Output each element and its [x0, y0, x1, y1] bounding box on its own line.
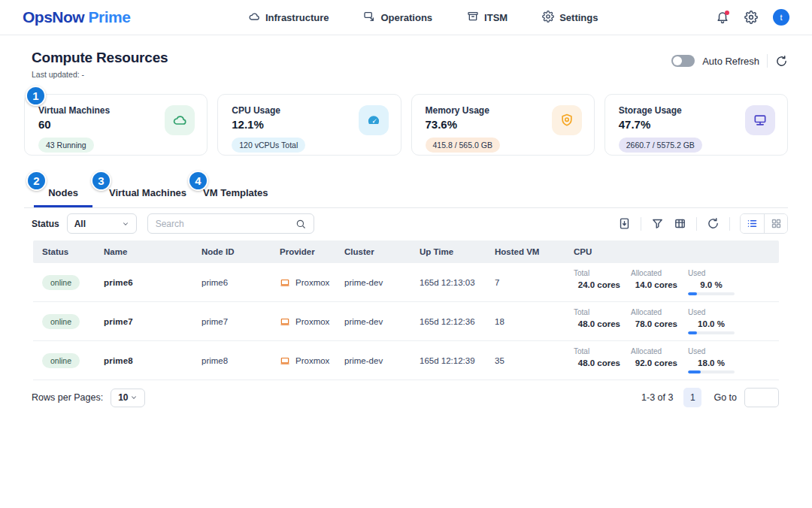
status-badge: online — [42, 353, 80, 368]
cpu-used-label: Used — [688, 269, 735, 277]
list-view-icon[interactable] — [741, 214, 764, 233]
table-row[interactable]: online prime8 prime8 Proxmox prime-dev 1… — [33, 341, 779, 380]
cpu-allocated-value: 14.0 cores — [631, 280, 677, 289]
status-filter-label: Status — [32, 219, 59, 229]
goto-page-input[interactable] — [744, 388, 779, 407]
node-name: prime8 — [95, 356, 192, 365]
cpu-total-label: Total — [574, 269, 620, 277]
divider — [767, 54, 768, 68]
status-filter-select[interactable]: All — [67, 213, 137, 234]
logo-part2: Prime — [89, 8, 131, 26]
annotation-badge-2: 2 — [26, 171, 47, 191]
node-name: prime6 — [95, 278, 192, 287]
col-name[interactable]: Name — [95, 247, 192, 256]
chevron-down-icon — [130, 394, 138, 401]
cpu-allocated-label: Allocated — [631, 308, 677, 316]
cpu-used-label: Used — [688, 347, 735, 355]
tab-virtual-machines[interactable]: Virtual Machines — [109, 183, 186, 207]
cpu-total-value: 48.0 cores — [574, 358, 620, 367]
cpu-usage-bar — [688, 292, 735, 295]
col-cluster[interactable]: Cluster — [335, 247, 411, 256]
card-badge: 120 vCPUs Total — [232, 138, 305, 153]
nav-label: ITSM — [484, 12, 508, 23]
filter-icon[interactable] — [651, 217, 664, 230]
refresh-icon[interactable] — [775, 55, 788, 68]
node-name: prime7 — [95, 317, 192, 326]
cpu-metrics: Total48.0 cores Allocated78.0 cores Used… — [565, 308, 779, 334]
page-number-button[interactable]: 1 — [683, 388, 701, 407]
cpu-used-value: 18.0 % — [688, 358, 735, 367]
card-cpu-usage: CPU Usage 12.1% 120 vCPUs Total — [217, 94, 401, 156]
last-updated-text: Last updated: - — [32, 70, 168, 79]
status-filter-value: All — [74, 219, 86, 229]
table-row[interactable]: online prime7 prime7 Proxmox prime-dev 1… — [33, 302, 779, 341]
notifications-bell-icon[interactable] — [716, 11, 729, 24]
stat-cards: Virtual Machines 60 43 Running CPU Usage… — [24, 94, 788, 156]
user-avatar[interactable]: t — [773, 9, 789, 26]
rows-per-page-select[interactable]: 10 — [111, 389, 145, 407]
tab-vm-templates[interactable]: VM Templates — [203, 183, 268, 207]
cluster-name: prime-dev — [335, 356, 411, 365]
status-badge: online — [42, 275, 80, 290]
nav-label: Operations — [380, 12, 432, 23]
cpu-metrics: Total48.0 cores Allocated92.0 cores Used… — [565, 347, 779, 373]
search-icon[interactable] — [295, 219, 306, 229]
nav-item-settings[interactable]: Settings — [542, 11, 598, 25]
toggle-knob — [673, 56, 682, 65]
nav-item-operations[interactable]: Operations — [363, 11, 432, 25]
col-uptime[interactable]: Up Time — [411, 247, 486, 256]
page-range-text: 1-3 of 3 — [641, 392, 673, 403]
app-window: OpsNow Prime Infrastructure Operations I… — [0, 0, 812, 508]
card-badge: 2660.7 / 5575.2 GB — [619, 138, 702, 153]
cpu-usage-bar — [688, 331, 735, 334]
cpu-total-label: Total — [574, 308, 620, 316]
table-row[interactable]: online prime6 prime6 Proxmox prime-dev 1… — [33, 263, 779, 302]
table-header-row: Status Name Node ID Provider Cluster Up … — [33, 240, 779, 263]
col-node-id[interactable]: Node ID — [192, 247, 271, 256]
status-badge: online — [42, 314, 80, 329]
cpu-used-value: 9.0 % — [688, 280, 735, 289]
col-cpu[interactable]: CPU — [565, 247, 779, 256]
auto-refresh-toggle[interactable] — [671, 55, 695, 67]
hosted-vm-count: 18 — [486, 317, 565, 326]
cluster-name: prime-dev — [335, 317, 411, 326]
table-action-icons — [618, 213, 788, 234]
proxmox-icon — [280, 277, 290, 288]
col-status[interactable]: Status — [33, 247, 95, 256]
columns-icon[interactable] — [674, 217, 686, 230]
nav-right: t — [716, 9, 789, 26]
itsm-icon — [467, 11, 479, 25]
refresh-table-icon[interactable] — [707, 217, 720, 230]
hosted-vm-count: 7 — [486, 278, 565, 287]
export-icon[interactable] — [618, 217, 631, 230]
monitor-icon — [745, 105, 775, 135]
nav-item-itsm[interactable]: ITSM — [467, 11, 508, 25]
cpu-total-value: 24.0 cores — [574, 280, 620, 289]
cloud-icon — [165, 105, 195, 135]
provider-name: Proxmox — [295, 317, 329, 326]
cpu-total-label: Total — [574, 347, 620, 355]
view-mode-switch — [740, 213, 788, 234]
tab-bar: Nodes Virtual Machines VM Templates — [24, 183, 788, 208]
annotation-badge-3: 3 — [91, 171, 111, 191]
grid-view-icon[interactable] — [764, 214, 787, 233]
app-logo[interactable]: OpsNow Prime — [23, 8, 130, 26]
settings-gear-icon[interactable] — [744, 11, 758, 24]
nav-item-infrastructure[interactable]: Infrastructure — [248, 11, 329, 25]
shield-icon — [552, 105, 582, 135]
col-hosted-vm[interactable]: Hosted VM — [486, 247, 565, 256]
annotation-badge-1: 1 — [26, 86, 46, 106]
table-toolbar: Status All — [24, 213, 788, 234]
cpu-allocated-value: 92.0 cores — [631, 358, 677, 367]
gear-icon — [542, 11, 554, 25]
pagination-bar: Rows per Pages: 10 1-3 of 3 1 Go to — [32, 388, 779, 407]
cpu-allocated-label: Allocated — [631, 269, 677, 277]
card-badge: 415.8 / 565.0 GB — [426, 138, 500, 153]
node-id: prime7 — [192, 317, 271, 326]
uptime: 165d 12:12:39 — [411, 356, 486, 365]
provider-name: Proxmox — [295, 278, 329, 287]
annotation-badge-4: 4 — [188, 171, 208, 191]
search-input[interactable] — [156, 219, 295, 229]
top-nav: OpsNow Prime Infrastructure Operations I… — [0, 0, 812, 35]
col-provider[interactable]: Provider — [271, 247, 335, 256]
